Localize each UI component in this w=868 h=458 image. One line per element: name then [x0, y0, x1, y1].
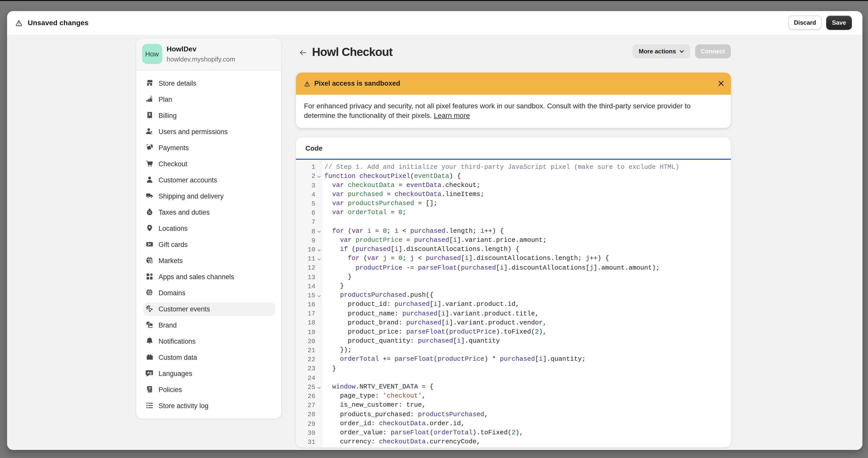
- svg-text:$: $: [149, 112, 151, 117]
- svg-text:文: 文: [149, 371, 152, 375]
- svg-text:$: $: [150, 260, 152, 264]
